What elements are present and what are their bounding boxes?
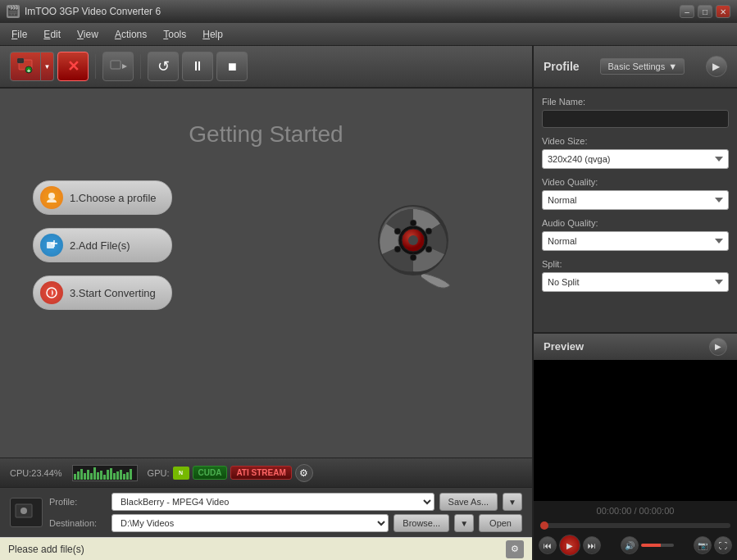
profile-select[interactable]: BlackBerry - MPEG4 Video	[111, 493, 434, 511]
svg-point-16	[408, 235, 418, 245]
preview-time: 00:00:00 / 00:00:00	[534, 501, 737, 521]
cpu-bars	[73, 466, 137, 480]
menu-tools[interactable]: Tools	[155, 25, 194, 43]
status-message: Please add file(s)	[8, 544, 84, 555]
toolbar-separator-1	[95, 54, 96, 79]
add-button-group: + ▼	[10, 52, 54, 81]
volume-slider[interactable]	[641, 544, 674, 547]
profile-bar: Profile: BlackBerry - MPEG4 Video Save A…	[0, 487, 532, 537]
add-file-dropdown-arrow[interactable]: ▼	[41, 52, 54, 81]
split-field: Split: No Split Split by size Split by t…	[542, 259, 729, 292]
profile-expand-button[interactable]: ▶	[706, 56, 727, 77]
svg-point-18	[425, 228, 432, 234]
choose-profile-icon	[40, 186, 63, 209]
seekbar-track[interactable]	[540, 523, 730, 528]
audio-quality-field: Audio Quality: Normal Low High Highest	[542, 218, 729, 251]
start-converting-button[interactable]: 3.Start Converting	[33, 275, 172, 310]
maximize-button[interactable]: □	[698, 5, 712, 18]
menu-actions[interactable]: Actions	[107, 25, 155, 43]
preview-seekbar[interactable]	[534, 521, 737, 530]
nvidia-icon: N	[173, 467, 189, 480]
toolbar-separator-2	[140, 54, 141, 79]
fullscreen-button[interactable]: ⛶	[714, 536, 732, 554]
save-as-dropdown[interactable]: ▼	[503, 493, 522, 511]
gpu-settings-button[interactable]: ⚙	[295, 464, 313, 482]
video-quality-label: Video Quality:	[542, 177, 729, 187]
menu-edit[interactable]: Edit	[35, 25, 69, 43]
cpu-graph	[72, 465, 138, 481]
svg-point-24	[20, 508, 27, 514]
menu-view[interactable]: View	[69, 25, 107, 43]
stop-button[interactable]: ⏹	[216, 52, 248, 81]
close-button[interactable]: ✕	[716, 5, 730, 18]
basic-settings-button[interactable]: Basic Settings ▼	[600, 58, 685, 75]
file-name-input[interactable]	[542, 110, 729, 128]
preview-title: Preview	[544, 340, 584, 353]
svg-point-19	[425, 246, 432, 253]
destination-row: Destination: D:\My Videos Browse... ▼ Op…	[49, 514, 522, 532]
audio-quality-select[interactable]: Normal Low High Highest	[542, 231, 729, 251]
ati-stream-badge: ATI STREAM	[230, 466, 291, 480]
content-area: Getting Started 1.Choose a profile	[0, 89, 532, 458]
cpu-bar	[110, 468, 112, 480]
minimize-button[interactable]: –	[680, 5, 694, 18]
rewind-button[interactable]: ⏮	[539, 536, 557, 554]
split-label: Split:	[542, 259, 729, 269]
browse-dropdown[interactable]: ▼	[454, 514, 474, 532]
svg-text:+: +	[27, 67, 31, 75]
convert-to-button[interactable]	[102, 52, 134, 81]
video-quality-field: Video Quality: Normal Low High Highest	[542, 177, 729, 210]
profile-select-row: Profile: BlackBerry - MPEG4 Video Save A…	[49, 493, 522, 511]
playback-controls: ⏮ ▶ ⏭	[539, 535, 601, 556]
preview-screen	[534, 360, 737, 502]
audio-quality-label: Audio Quality:	[542, 218, 729, 228]
cpu-bar	[80, 469, 83, 480]
app-icon: 🎬	[7, 5, 20, 18]
profile-thumbnail	[10, 498, 43, 527]
add-files-button[interactable]: 2.Add File(s)	[33, 228, 172, 262]
cpu-bar	[74, 474, 76, 479]
cpu-bar	[126, 472, 129, 480]
screenshot-button[interactable]: 📷	[694, 536, 712, 554]
volume-controls: 🔊	[621, 536, 674, 554]
cpu-bar	[130, 469, 132, 480]
main-layout: + ▼ ✕ ↺ ⏸ ⏹	[0, 46, 737, 560]
cpu-bar	[90, 473, 93, 479]
menu-file[interactable]: File	[3, 25, 35, 43]
gpu-label: GPU:	[148, 468, 170, 478]
delete-button[interactable]: ✕	[57, 52, 89, 81]
open-button[interactable]: Open	[479, 514, 522, 532]
forward-button[interactable]: ⏭	[583, 536, 601, 554]
seekbar-thumb[interactable]	[540, 521, 548, 530]
cpu-bar	[97, 472, 99, 480]
svg-rect-8	[47, 242, 54, 248]
cpu-bar	[120, 470, 122, 479]
cpu-bar	[84, 473, 86, 480]
start-converting-label: 3.Start Converting	[70, 287, 156, 299]
preview-controls: ⏮ ▶ ⏭ 🔊 📷 ⛶	[534, 530, 737, 560]
toolbar: + ▼ ✕ ↺ ⏸ ⏹	[0, 46, 532, 89]
film-reel-decoration	[376, 203, 466, 302]
message-settings-icon[interactable]: ⚙	[506, 540, 524, 558]
cpu-bar	[87, 470, 89, 479]
refresh-button[interactable]: ↺	[148, 52, 179, 81]
split-select[interactable]: No Split Split by size Split by time	[542, 272, 729, 292]
save-as-button[interactable]: Save As...	[439, 493, 498, 511]
preview-expand-button[interactable]: ▶	[709, 338, 727, 356]
cpu-bar	[116, 471, 119, 480]
video-quality-select[interactable]: Normal Low High Highest	[542, 190, 729, 210]
video-size-select[interactable]: 320x240 (qvga) 176x144 (qcif) 640x480 (v…	[542, 149, 729, 169]
pause-button[interactable]: ⏸	[182, 52, 213, 81]
film-reel-svg	[376, 203, 458, 298]
destination-select[interactable]: D:\My Videos	[111, 514, 389, 532]
volume-icon[interactable]: 🔊	[621, 536, 639, 554]
menu-help[interactable]: Help	[194, 25, 231, 43]
browse-button[interactable]: Browse...	[394, 514, 449, 532]
play-button[interactable]: ▶	[559, 535, 580, 556]
svg-point-17	[410, 220, 416, 226]
gpu-badges: GPU: N CUDA ATI STREAM ⚙	[148, 464, 313, 482]
menu-bar: File Edit View Actions Tools Help	[0, 23, 737, 46]
choose-profile-button[interactable]: 1.Choose a profile	[33, 180, 172, 215]
add-file-button[interactable]: +	[10, 52, 41, 81]
title-bar: 🎬 ImTOO 3GP Video Converter 6 – □ ✕	[0, 0, 737, 23]
